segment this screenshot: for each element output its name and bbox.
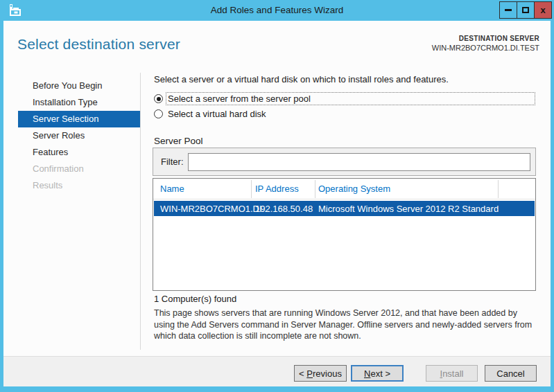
install-button[interactable]: Install — [426, 365, 478, 382]
sidebar-item-features[interactable]: Features — [3, 144, 140, 161]
client-area: Select destination server DESTINATION SE… — [3, 21, 551, 386]
radio-selected-icon[interactable] — [154, 94, 163, 103]
sidebar-item-server-roles[interactable]: Server Roles — [3, 127, 140, 144]
wizard-steps-sidebar: Before You Begin Installation Type Serve… — [3, 78, 140, 194]
next-button[interactable]: Next > — [351, 365, 404, 382]
column-header-operating-system[interactable]: Operating System — [318, 184, 390, 194]
cell-ip-address: 192.168.50.48 — [255, 204, 313, 214]
computer-count-text: 1 Computer(s) found — [154, 294, 236, 304]
server-pool-title: Server Pool — [154, 136, 203, 146]
radio-select-virtual-hard-disk[interactable]: Select a virtual hard disk — [154, 109, 266, 119]
radio-unselected-icon[interactable] — [154, 109, 163, 118]
destination-server-block: DESTINATION SERVER WIN-MR2BO7CRMO1.DI.TE… — [432, 35, 539, 52]
column-separator — [251, 180, 252, 198]
cancel-button[interactable]: Cancel — [485, 365, 537, 382]
destination-server-name: WIN-MR2BO7CRMO1.DI.TEST — [432, 44, 539, 52]
wizard-window: Add Roles and Features Wizard x Select d… — [0, 0, 554, 392]
maximize-button[interactable] — [517, 1, 535, 19]
column-separator — [498, 180, 499, 198]
minimize-button[interactable] — [499, 1, 517, 19]
column-header-ip-address[interactable]: IP Address — [255, 184, 299, 194]
filter-label: Filter: — [161, 157, 184, 167]
sidebar-item-installation-type[interactable]: Installation Type — [3, 94, 140, 111]
close-button[interactable]: x — [534, 1, 552, 19]
window-controls: x — [500, 1, 552, 19]
radio-select-server-pool[interactable]: Select a server from the server pool — [154, 93, 311, 104]
sidebar-divider — [140, 73, 141, 350]
table-header-row: Name IP Address Operating System — [153, 179, 535, 199]
cell-operating-system: Microsoft Windows Server 2012 R2 Standar… — [318, 204, 499, 214]
page-title: Select destination server — [17, 36, 180, 53]
cell-server-name: WIN-MR2BO7CRMO1.DI... — [160, 204, 269, 214]
minimize-icon — [505, 9, 512, 11]
page-instruction: Select a server or a virtual hard disk o… — [154, 74, 449, 84]
sidebar-item-results: Results — [3, 177, 140, 194]
sidebar-item-confirmation: Confirmation — [3, 161, 140, 177]
previous-button[interactable]: < Previous — [294, 365, 347, 382]
close-icon: x — [540, 5, 545, 15]
sidebar-item-server-selection[interactable]: Server Selection — [18, 111, 140, 127]
column-header-name[interactable]: Name — [160, 184, 184, 194]
button-bar: < Previous Next > Install Cancel — [3, 356, 551, 386]
destination-server-label: DESTINATION SERVER — [432, 35, 539, 42]
radio-server-pool-label[interactable]: Select a server from the server pool — [168, 93, 311, 104]
page-description: This page shows servers that are running… — [154, 308, 537, 342]
maximize-icon — [522, 7, 529, 13]
filter-group: Filter: — [153, 148, 536, 176]
radio-vhd-label[interactable]: Select a virtual hard disk — [168, 109, 266, 119]
window-title: Add Roles and Features Wizard — [0, 5, 554, 15]
filter-input[interactable] — [188, 153, 530, 171]
sidebar-item-before-you-begin[interactable]: Before You Begin — [3, 78, 140, 94]
server-pool-table: Name IP Address Operating System WIN-MR2… — [153, 178, 536, 291]
table-row[interactable]: WIN-MR2BO7CRMO1.DI... 192.168.50.48 Micr… — [154, 201, 535, 216]
title-bar: Add Roles and Features Wizard x — [0, 0, 554, 21]
column-separator — [315, 180, 315, 198]
